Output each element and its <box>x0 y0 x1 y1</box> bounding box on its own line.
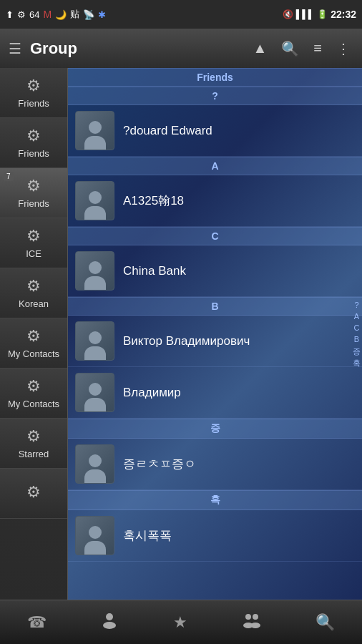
contact-row-viktor[interactable]: Виктор Владимирович <box>68 316 362 367</box>
gear-icon-8: ⚙ <box>26 427 41 446</box>
gear-icon-7: ⚙ <box>26 377 41 396</box>
avatar-body-6 <box>84 469 106 484</box>
avatar-body-7 <box>84 541 106 555</box>
section-header-hok: 혹 <box>68 490 362 510</box>
avatar-silhouette-7 <box>82 522 109 555</box>
svg-point-0 <box>106 613 113 620</box>
avatar-body-4 <box>84 346 106 361</box>
gmail-icon: M <box>43 9 52 20</box>
storage-indicator: 64 <box>29 9 39 20</box>
sidebar-item-extra[interactable]: ⚙ <box>0 469 67 519</box>
section-header-jeung: 증 <box>68 419 362 439</box>
mute-icon: 🔇 <box>283 9 293 19</box>
gear-icon-3: ⚙ <box>26 177 41 195</box>
contact-name-viktor: Виктор Владимирович <box>123 334 250 348</box>
contact-row-edouard[interactable]: ?douard Edward <box>68 105 362 157</box>
avatar-head-6 <box>89 454 102 467</box>
contact-name-hoksi: 혹시폭폭 <box>123 527 172 544</box>
alpha-A[interactable]: A <box>353 311 361 321</box>
alpha-C[interactable]: C <box>353 323 361 333</box>
sidebar-item-friends-3[interactable]: 7 ⚙ Friends <box>0 168 67 218</box>
sidebar-item-friends-1[interactable]: ⚙ Friends <box>0 68 67 118</box>
avatar-body-2 <box>84 206 106 220</box>
status-time: 22:32 <box>331 9 356 20</box>
sidebar-label-7: My Contacts <box>8 399 59 409</box>
avatar-a1325 <box>75 181 114 220</box>
signal-icon: ▌▌▌ <box>296 9 315 19</box>
status-left-icons: ⬆ ⚙ 64 M 🌙 贴 📡 ✱ <box>6 8 106 21</box>
avatar-head <box>89 121 102 134</box>
status-right-icons: 🔇 ▌▌▌ 🔋 22:32 <box>283 9 356 20</box>
sidebar-item-ice[interactable]: ⚙ ICE <box>0 218 67 268</box>
contact-name-vladimir: Владимир <box>123 386 181 400</box>
gear-icon-9: ⚙ <box>26 483 41 502</box>
page-title: Group <box>30 39 242 58</box>
sidebar-label-5: Korean <box>19 298 49 309</box>
sidebar-badge-3: 7 <box>4 172 14 181</box>
filter-icon[interactable]: ≡ <box>310 37 325 59</box>
svg-point-3 <box>253 614 258 620</box>
sidebar: ⚙ Friends ⚙ Friends 7 ⚙ Friends ⚙ ICE ⚙ … <box>0 68 68 600</box>
contact-row-jeung[interactable]: 증ㄹㅊㅍ증ㅇ <box>68 439 362 490</box>
nav-search[interactable]: 🔍 <box>307 609 343 636</box>
section-header-B: B <box>68 297 362 316</box>
alpha-혹[interactable]: 혹 <box>353 358 361 368</box>
contact-name-edouard: ?douard Edward <box>123 124 212 138</box>
group-icon <box>242 611 262 634</box>
sidebar-label-1: Friends <box>18 98 49 109</box>
sidebar-item-friends-2[interactable]: ⚙ Friends <box>0 118 67 168</box>
bottom-nav: ☎ ★ 🔍 <box>0 600 362 644</box>
svg-point-1 <box>103 622 116 629</box>
alpha-index[interactable]: ? A C B 증 혹 <box>353 300 361 369</box>
avatar-head-5 <box>89 383 102 396</box>
contact-list: ? A C B 증 혹 Friends ? ?douard Edward A <box>68 68 362 600</box>
sidebar-label-6: My Contacts <box>8 348 59 359</box>
section-header-question: ? <box>68 87 362 105</box>
alpha-B[interactable]: B <box>353 335 361 345</box>
avatar-silhouette <box>82 117 109 150</box>
sidebar-item-starred[interactable]: ⚙ Starred <box>0 419 67 469</box>
rss-icon: 📡 <box>83 9 94 20</box>
avatar-body-3 <box>84 276 106 291</box>
overflow-menu-icon[interactable]: ⋮ <box>333 37 353 60</box>
avatar-jeung <box>75 444 114 484</box>
nav-groups[interactable] <box>233 607 270 638</box>
gear-icon-1: ⚙ <box>26 77 41 95</box>
avatar-vladimir <box>75 373 114 412</box>
sidebar-item-mycontacts-2[interactable]: ⚙ My Contacts <box>0 369 67 419</box>
avatar-head-2 <box>89 191 102 204</box>
avatar-body <box>84 136 106 150</box>
nav-phone[interactable]: ☎ <box>19 609 55 636</box>
sidebar-label-4: ICE <box>26 248 41 259</box>
moon-icon: 🌙 <box>55 9 67 20</box>
nav-favorites[interactable]: ★ <box>165 609 196 636</box>
avatar-hoksi <box>75 516 114 555</box>
star-icon: ★ <box>173 613 187 632</box>
avatar-silhouette-6 <box>82 451 109 483</box>
main-content: ⚙ Friends ⚙ Friends 7 ⚙ Friends ⚙ ICE ⚙ … <box>0 68 362 600</box>
section-header-friends: Friends <box>68 68 362 87</box>
sidebar-item-korean[interactable]: ⚙ Korean <box>0 268 67 318</box>
contact-row-a1325[interactable]: A1325翰18 <box>68 175 362 227</box>
avatar-silhouette-4 <box>82 328 109 360</box>
contact-row-hoksi[interactable]: 혹시폭폭 <box>68 510 362 562</box>
search-icon[interactable]: 🔍 <box>278 37 302 60</box>
avatar-head-7 <box>89 526 102 539</box>
contact-name-jeung: 증ㄹㅊㅍ증ㅇ <box>123 456 196 472</box>
avatar-edouard <box>75 111 114 150</box>
avatar-silhouette-3 <box>82 258 109 290</box>
sidebar-item-mycontacts-1[interactable]: ⚙ My Contacts <box>0 318 67 369</box>
contact-row-vladimir[interactable]: Владимир <box>68 367 362 419</box>
hamburger-icon[interactable]: ☰ <box>9 40 21 57</box>
sort-triangle-icon[interactable]: ▲ <box>250 37 270 59</box>
alpha-?[interactable]: ? <box>353 300 361 310</box>
avatar-silhouette-5 <box>82 379 109 411</box>
contact-row-chinabank[interactable]: China Bank <box>68 245 362 297</box>
avatar-head-3 <box>89 261 102 274</box>
alpha-증[interactable]: 증 <box>353 346 361 356</box>
gear-icon-5: ⚙ <box>26 277 41 296</box>
section-header-C: C <box>68 227 362 245</box>
status-bar: ⬆ ⚙ 64 M 🌙 贴 📡 ✱ 🔇 ▌▌▌ 🔋 22:32 <box>0 0 362 29</box>
nav-contacts[interactable] <box>92 607 127 638</box>
clip-icon: 贴 <box>70 8 79 21</box>
